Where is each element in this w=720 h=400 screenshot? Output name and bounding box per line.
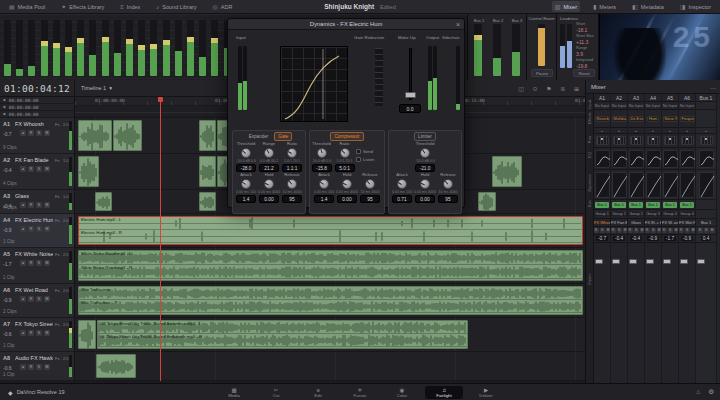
- strip-group-row[interactable]: Group 2: [628, 210, 644, 219]
- arm-button[interactable]: ●: [20, 364, 26, 370]
- section-tab-compressor[interactable]: Compressor: [330, 132, 363, 141]
- strip-eq-row[interactable]: [662, 148, 678, 170]
- page-tab-deliver[interactable]: ▶Deliver: [467, 386, 505, 399]
- strip-effects-row[interactable]: Multiband: [611, 110, 627, 128]
- pan-control[interactable]: [681, 136, 694, 145]
- makeup-handle[interactable]: [405, 92, 416, 98]
- range-knob[interactable]: [264, 148, 274, 158]
- settings-gear-icon[interactable]: ⚙: [708, 388, 714, 396]
- mixer-strip-A6[interactable]: A6No InputFrequency▴Bus 1Group 4FX Wet R…: [679, 94, 696, 383]
- audio-clip[interactable]: White Noise Road.mp3 - LWhite Noise Road…: [78, 250, 583, 281]
- fader-handle[interactable]: [646, 259, 654, 264]
- dynamics-thumbnail[interactable]: [680, 172, 695, 198]
- strip-input-row[interactable]: No Input: [645, 102, 661, 110]
- mixer-strip-A1[interactable]: A1No InputReverb▴Bus 1Group 1FX WhooshRS…: [594, 94, 611, 383]
- arm-button[interactable]: ●: [20, 226, 26, 232]
- marker-row[interactable]: ◆00:00:00:00: [0, 104, 75, 111]
- strip-group-row[interactable]: Group 4: [679, 210, 695, 219]
- track-header-A8[interactable]: A8Audio FX Hawk Sc..Fx2.0-0.6●RSM1 Clip: [0, 352, 75, 381]
- solo-button[interactable]: S: [36, 130, 42, 136]
- dynamics-window-title[interactable]: Dynamics - FX Electric Hum ×: [228, 19, 464, 30]
- marker-row[interactable]: ◆00:00:00:00: [0, 111, 75, 118]
- timeline-selector[interactable]: Timeline 1▾: [81, 85, 112, 91]
- pan-control[interactable]: [596, 136, 609, 145]
- r-button[interactable]: R: [645, 228, 650, 233]
- mixer-strip-Bus 1[interactable]: Bus 1▴Bus 1RSM0.4: [696, 94, 717, 383]
- audio-clip[interactable]: GL Tokyo Street City Traffic Sound Ambie…: [97, 320, 468, 349]
- arm-button[interactable]: ●: [20, 166, 26, 172]
- strip-group-row[interactable]: [696, 210, 716, 219]
- audio-clip[interactable]: [78, 120, 112, 151]
- strip-dynamics-row[interactable]: [645, 170, 661, 200]
- strip-pan-row[interactable]: [594, 134, 610, 148]
- media-pool-button[interactable]: ▤Media Pool: [6, 1, 48, 12]
- m-button[interactable]: M: [657, 228, 662, 233]
- marker-row[interactable]: ◆00:00:00:00: [0, 97, 75, 104]
- r-button[interactable]: R: [611, 228, 616, 233]
- solo-button[interactable]: S: [36, 226, 42, 232]
- track-header-A5[interactable]: A5FX White NoiseFx2.0-1.7●RSM1 Clip: [0, 248, 75, 284]
- eq-thumbnail[interactable]: [595, 150, 610, 168]
- home-icon[interactable]: ⌂: [696, 388, 700, 396]
- mute-button[interactable]: M: [44, 364, 50, 370]
- attack-knob[interactable]: [241, 179, 251, 189]
- arm-button[interactable]: ●: [20, 130, 26, 136]
- arm-button[interactable]: ●: [20, 260, 26, 266]
- strip-input-row[interactable]: No Input: [594, 102, 610, 110]
- mixer-button[interactable]: ▥Mixer: [552, 1, 580, 12]
- record-button[interactable]: R: [28, 260, 34, 266]
- ratio-knob[interactable]: [340, 148, 350, 158]
- page-tab-media[interactable]: ▦Media: [215, 386, 253, 399]
- eq-thumbnail[interactable]: [699, 150, 714, 168]
- dynamics-thumbnail[interactable]: [699, 172, 714, 198]
- arm-button[interactable]: ●: [20, 330, 26, 336]
- track-header-A4[interactable]: A4FX Electric HumFx2.0-0.9●RSM1 Clip: [0, 214, 75, 248]
- solo-button[interactable]: S: [36, 364, 42, 370]
- threshold-knob[interactable]: [420, 148, 430, 158]
- pan-control[interactable]: [630, 136, 643, 145]
- r-button[interactable]: R: [679, 228, 684, 233]
- audio-clip[interactable]: [113, 120, 142, 151]
- hold-knob[interactable]: [420, 179, 430, 189]
- strip-bus-row[interactable]: Bus 1: [611, 200, 627, 210]
- mute-button[interactable]: M: [44, 166, 50, 172]
- page-tab-fairlight[interactable]: ♫Fairlight: [425, 386, 463, 399]
- eq-thumbnail[interactable]: [663, 150, 678, 168]
- listen-checkbox[interactable]: Listen: [356, 157, 374, 162]
- section-tab-limiter[interactable]: Limiter: [414, 132, 436, 141]
- strip-effects-row[interactable]: [696, 110, 716, 128]
- strip-input-row[interactable]: No Input: [628, 102, 644, 110]
- dynamics-thumbnail[interactable]: [646, 172, 661, 198]
- strip-eq-row[interactable]: [679, 148, 695, 170]
- metadata-button[interactable]: ◧Metadata: [629, 1, 667, 12]
- strip-input-row[interactable]: No Input: [662, 102, 678, 110]
- loudness-reset-button[interactable]: Reset: [573, 69, 595, 77]
- pan-control[interactable]: [613, 136, 626, 145]
- arm-button[interactable]: ●: [20, 296, 26, 302]
- meters-button[interactable]: ▮Meters: [590, 1, 619, 12]
- release-knob[interactable]: [365, 179, 375, 189]
- section-tab-expander[interactable]: Expander: [246, 133, 272, 140]
- m-button[interactable]: M: [640, 228, 645, 233]
- zoom-icon[interactable]: ⊞: [574, 86, 579, 92]
- snap-icon[interactable]: ◫: [518, 86, 524, 92]
- audio-clip[interactable]: Electric Hum.mp3 - LElectric Hum.mp3 - R: [78, 216, 583, 245]
- strip-bus-row[interactable]: Bus 1: [662, 200, 678, 210]
- link-icon[interactable]: ⊙: [533, 86, 538, 92]
- pan-control[interactable]: [664, 136, 677, 145]
- page-tab-cut[interactable]: ✂Cut: [257, 386, 295, 399]
- track-header-A7[interactable]: A7FX Tokyo StreetFx2.0-0.6●RSM1 Clip: [0, 318, 75, 352]
- strip-group-row[interactable]: Group 4: [662, 210, 678, 219]
- audio-clip[interactable]: [96, 354, 136, 378]
- solo-button[interactable]: S: [36, 202, 42, 208]
- eq-thumbnail[interactable]: [612, 150, 627, 168]
- strip-effects-row[interactable]: De-Esser: [628, 110, 644, 128]
- hold-knob[interactable]: [264, 179, 274, 189]
- dynamics-thumbnail[interactable]: [595, 172, 610, 198]
- s-button[interactable]: S: [685, 228, 690, 233]
- dynamics-thumbnail[interactable]: [612, 172, 627, 198]
- mixer-options-icon[interactable]: …: [710, 84, 716, 90]
- fader-handle[interactable]: [629, 259, 637, 264]
- strip-pan-row[interactable]: [645, 134, 661, 148]
- fader-handle[interactable]: [663, 259, 671, 264]
